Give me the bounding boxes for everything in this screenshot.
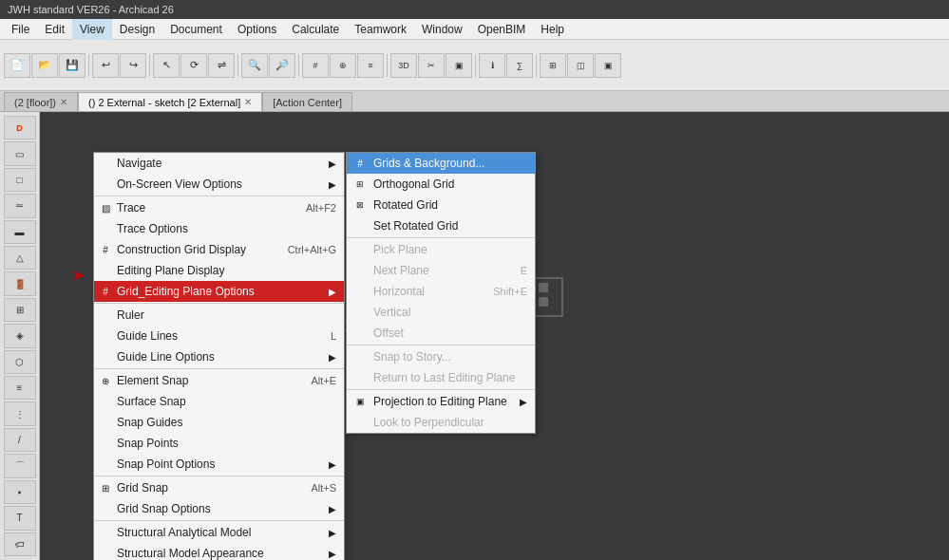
sidebar-wall[interactable]: ▭ bbox=[4, 141, 36, 165]
menu-structural[interactable]: Structural Analytical Model ▶ bbox=[94, 522, 344, 543]
sidebar-object[interactable]: ◈ bbox=[4, 324, 36, 347]
sidebar-roof[interactable]: △ bbox=[4, 246, 36, 270]
tb-right3[interactable]: ▣ bbox=[595, 53, 621, 78]
tb-right2[interactable]: ◫ bbox=[567, 53, 594, 78]
tb-select[interactable]: ↖ bbox=[153, 53, 180, 78]
sidebar-door[interactable]: 🚪 bbox=[4, 271, 36, 295]
tb-zoom-in[interactable]: 🔍 bbox=[241, 53, 268, 78]
tb-sep7 bbox=[536, 54, 537, 77]
menu-snap-point-options[interactable]: Snap Point Options ▶ bbox=[94, 454, 344, 475]
menu-structural-appearance[interactable]: Structural Model Appearance ▶ bbox=[94, 543, 344, 560]
navigate-arrow: ▶ bbox=[329, 159, 336, 169]
menu-grid-snap-options[interactable]: Grid Snap Options ▶ bbox=[94, 498, 344, 519]
tb-open[interactable]: 📂 bbox=[31, 53, 58, 78]
sub-div3 bbox=[347, 389, 535, 390]
submenu-return-last[interactable]: Return to Last Editing Plane bbox=[347, 367, 535, 388]
sidebar-railing[interactable]: ⋮ bbox=[4, 401, 36, 425]
menu-trace[interactable]: ▧ Trace Alt+F2 bbox=[94, 197, 344, 218]
menu-design[interactable]: Design bbox=[112, 19, 162, 40]
tb-undo[interactable]: ↩ bbox=[92, 53, 119, 78]
menu-window[interactable]: Window bbox=[414, 19, 470, 40]
menu-openbim[interactable]: OpenBIM bbox=[470, 19, 534, 40]
menu-onscreen-options[interactable]: On-Screen View Options ▶ bbox=[94, 174, 344, 195]
menu-construction-grid[interactable]: # Construction Grid Display Ctrl+Alt+G bbox=[94, 239, 344, 260]
tb-calc[interactable]: ∑ bbox=[506, 53, 533, 78]
main-area: D ▭ □ ═ ▬ △ 🚪 ⊞ ◈ ⬡ ≡ ⋮ / ⌒ ▪ T 🏷 bbox=[0, 112, 949, 560]
submenu-look-perpendicular[interactable]: Look to Perpendicular bbox=[347, 412, 535, 433]
tab-external-sketch-close[interactable]: ✕ bbox=[244, 97, 252, 107]
menu-snap-points[interactable]: Snap Points bbox=[94, 433, 344, 454]
menu-grid-snap[interactable]: ⊞ Grid Snap Alt+S bbox=[94, 477, 344, 498]
menu-edit[interactable]: Edit bbox=[37, 19, 72, 40]
submenu-vertical[interactable]: Vertical bbox=[347, 302, 535, 323]
menu-navigate[interactable]: Navigate ▶ bbox=[94, 153, 344, 174]
menu-options[interactable]: Options bbox=[230, 19, 284, 40]
menu-document[interactable]: Document bbox=[162, 19, 230, 40]
tb-3d[interactable]: 3D bbox=[390, 53, 417, 78]
tab-floor-label: (2 [floor]) bbox=[14, 97, 56, 108]
submenu-horizontal[interactable]: Horizontal Shift+E bbox=[347, 281, 535, 302]
tb-mirror[interactable]: ⇌ bbox=[208, 53, 235, 78]
view-menu-dropdown: Navigate ▶ On-Screen View Options ▶ ▧ Tr… bbox=[93, 152, 345, 560]
tb-sep6 bbox=[475, 54, 476, 77]
construction-grid-icon: # bbox=[96, 240, 115, 259]
submenu-set-rotated-grid[interactable]: Set Rotated Grid bbox=[347, 215, 535, 236]
tab-action-center[interactable]: [Action Center] bbox=[262, 92, 352, 111]
sidebar-fill[interactable]: ▪ bbox=[4, 480, 36, 504]
submenu-orthogonal-grid[interactable]: ⊞ Orthogonal Grid bbox=[347, 174, 535, 195]
submenu-projection[interactable]: ▣ Projection to Editing Plane ▶ bbox=[347, 391, 535, 412]
snap-point-options-arrow: ▶ bbox=[329, 459, 336, 470]
submenu-next-plane[interactable]: Next Plane E bbox=[347, 260, 535, 281]
svg-rect-18 bbox=[539, 283, 548, 292]
sidebar-morph[interactable]: ⬡ bbox=[4, 350, 36, 374]
sidebar-arc[interactable]: ⌒ bbox=[4, 454, 36, 477]
projection-arrow: ▶ bbox=[520, 397, 527, 407]
tb-new[interactable]: 📄 bbox=[4, 53, 30, 78]
menu-snap-guides[interactable]: Snap Guides bbox=[94, 412, 344, 433]
tb-elev[interactable]: ▣ bbox=[446, 53, 472, 78]
sidebar-design[interactable]: D bbox=[4, 116, 36, 140]
sidebar-text[interactable]: T bbox=[4, 506, 36, 530]
sidebar-stair[interactable]: ≡ bbox=[4, 376, 36, 400]
sidebar-column[interactable]: □ bbox=[4, 168, 36, 192]
sidebar-label[interactable]: 🏷 bbox=[4, 532, 36, 556]
menu-editing-plane[interactable]: Editing Plane Display bbox=[94, 260, 344, 281]
tb-grid[interactable]: # bbox=[302, 53, 329, 78]
grid-editing-arrow: ▶ bbox=[329, 287, 336, 297]
tab-floor-close[interactable]: ✕ bbox=[60, 97, 67, 107]
sidebar-line[interactable]: / bbox=[4, 428, 36, 452]
menu-view[interactable]: View bbox=[72, 19, 112, 40]
menu-calculate[interactable]: Calculate bbox=[284, 19, 347, 40]
menu-surface-snap[interactable]: Surface Snap bbox=[94, 391, 344, 412]
menu-teamwork[interactable]: Teamwork bbox=[347, 19, 414, 40]
sidebar-window[interactable]: ⊞ bbox=[4, 298, 36, 322]
submenu-snap-to-story[interactable]: Snap to Story... bbox=[347, 346, 535, 367]
tb-layer[interactable]: ≡ bbox=[357, 53, 384, 78]
menu-guideline-options[interactable]: Guide Line Options ▶ bbox=[94, 346, 344, 367]
menu-ruler[interactable]: Ruler bbox=[94, 305, 344, 326]
tb-redo[interactable]: ↪ bbox=[120, 53, 146, 78]
menu-guide-lines[interactable]: Guide Lines L bbox=[94, 326, 344, 346]
tb-snap[interactable]: ⊕ bbox=[330, 53, 356, 78]
submenu-grids-background[interactable]: # Grids & Background... bbox=[347, 153, 535, 174]
trace-icon: ▧ bbox=[96, 198, 115, 217]
submenu-offset[interactable]: Offset bbox=[347, 323, 535, 344]
tab-external-sketch[interactable]: () 2 External - sketch [2 External] ✕ bbox=[78, 92, 262, 111]
sidebar-beam[interactable]: ═ bbox=[4, 194, 36, 217]
menu-help[interactable]: Help bbox=[533, 19, 572, 40]
tb-right1[interactable]: ⊞ bbox=[540, 53, 566, 78]
submenu-rotated-grid[interactable]: ⊠ Rotated Grid bbox=[347, 195, 535, 215]
menu-file[interactable]: File bbox=[4, 19, 37, 40]
tb-info[interactable]: ℹ bbox=[479, 53, 505, 78]
tb-zoom-out[interactable]: 🔎 bbox=[269, 53, 295, 78]
sidebar-slab[interactable]: ▬ bbox=[4, 220, 36, 244]
tb-rotate[interactable]: ⟳ bbox=[180, 53, 207, 78]
tab-floor[interactable]: (2 [floor]) ✕ bbox=[4, 92, 78, 111]
menu-grid-editing[interactable]: # Grid_Editing Plane Options ▶ bbox=[94, 281, 344, 302]
menu-element-snap[interactable]: ⊕ Element Snap Alt+E bbox=[94, 370, 344, 391]
menu-trace-options[interactable]: Trace Options bbox=[94, 218, 344, 239]
tb-section[interactable]: ✂ bbox=[418, 53, 445, 78]
grid-snap-shortcut: Alt+S bbox=[311, 482, 336, 494]
tb-save[interactable]: 💾 bbox=[59, 53, 85, 78]
submenu-pick-plane[interactable]: Pick Plane bbox=[347, 239, 535, 260]
